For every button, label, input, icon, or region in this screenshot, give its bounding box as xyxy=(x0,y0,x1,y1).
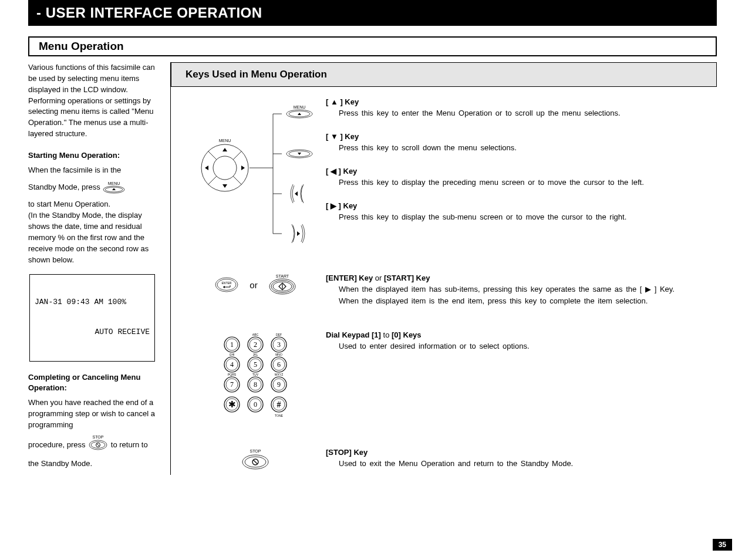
svg-text:START: START xyxy=(276,274,289,278)
menu-up-icon-inline: MENU xyxy=(102,181,126,197)
or-label: or xyxy=(250,280,257,290)
enter-key-text: When the displayed item has sub-items, p… xyxy=(339,284,714,307)
svg-text:TONE: TONE xyxy=(275,414,283,417)
svg-line-14 xyxy=(233,176,241,184)
completing-heading: Completing or Canceling Menu Operation: xyxy=(28,372,156,394)
dial-description: Dial Keypad [1] to [0] Keys Used to ente… xyxy=(326,330,714,352)
svg-text:3: 3 xyxy=(277,340,281,349)
left-key-name: [ ◀ ] Key xyxy=(326,167,357,176)
svg-line-7 xyxy=(97,443,100,446)
svg-text:0: 0 xyxy=(254,400,257,409)
svg-text:GHI: GHI xyxy=(230,353,235,356)
lcd-line1: JAN-31 09:43 AM 100% xyxy=(35,298,150,308)
svg-text:9: 9 xyxy=(277,380,281,389)
key-row-enter: ENTER or START xyxy=(185,274,714,307)
svg-text:8: 8 xyxy=(254,380,257,389)
stop-key-text: Used to exit the Menu Operation and retu… xyxy=(339,458,714,470)
intro-text: Various functions of this facsimile can … xyxy=(28,62,156,140)
page-number: 35 xyxy=(713,539,732,551)
enter-description: [ENTER] Key or [START] Key When the disp… xyxy=(326,274,714,307)
nav-pad-icons: MENU xyxy=(185,97,326,250)
starting-line2: Standby Mode, press MENU xyxy=(28,180,156,196)
dial-key-text: Used to enter desired information or to … xyxy=(339,340,714,352)
left-column: Various functions of this facsimile can … xyxy=(28,62,156,475)
dial-key-name2: [0] Keys xyxy=(392,330,422,339)
completing-line2: procedure, press STOP to return to the S… xyxy=(28,434,156,471)
key-row-nav: MENU xyxy=(185,97,714,250)
svg-line-13 xyxy=(208,176,217,184)
keys-heading: Keys Used in Menu Operation xyxy=(171,62,717,87)
starting-heading: Starting Menu Operation: xyxy=(28,150,156,161)
left-key-text: Press this key to display the preceding … xyxy=(339,177,714,188)
enter-start-icons: ENTER or START xyxy=(185,274,326,296)
down-key-name: [ ▼ ] Key xyxy=(326,132,359,141)
stop-key-name: [STOP] Key xyxy=(326,448,368,457)
svg-text:6: 6 xyxy=(277,360,281,369)
svg-line-12 xyxy=(233,151,241,160)
svg-text:4: 4 xyxy=(230,360,234,369)
svg-line-83 xyxy=(254,460,258,464)
keys-body: MENU xyxy=(171,97,717,471)
svg-text:7: 7 xyxy=(230,380,234,389)
key-row-stop: STOP [STOP] Key Used to exit the Menu Op… xyxy=(185,448,714,471)
down-key-text: Press this key to scroll down the menu s… xyxy=(339,142,714,154)
stop-icon: STOP xyxy=(241,448,270,471)
lcd-display: JAN-31 09:43 AM 100% AUTO RECEIVE xyxy=(29,274,155,362)
enter-key-name1: [ENTER] Key xyxy=(326,274,373,282)
stop-icon-inline: STOP xyxy=(87,434,109,456)
stop-description: [STOP] Key Used to exit the Menu Operati… xyxy=(326,448,714,470)
svg-text:1: 1 xyxy=(230,340,234,349)
svg-text:DEF: DEF xyxy=(276,333,282,336)
svg-text:TUV: TUV xyxy=(252,373,259,376)
right-column: Keys Used in Menu Operation MENU xyxy=(170,62,717,475)
nav-descriptions: [ ▲ ] Key Press this key to enter the Me… xyxy=(326,97,714,224)
svg-text:2: 2 xyxy=(254,340,257,349)
svg-text:ENTER: ENTER xyxy=(222,281,232,285)
svg-text:WXYZ: WXYZ xyxy=(275,373,283,376)
svg-text:STOP: STOP xyxy=(93,435,104,439)
right-key-text: Press this key to display the sub-menu s… xyxy=(339,211,714,223)
completing-line1: When you have reached the end of a progr… xyxy=(28,397,156,431)
section-heading: Menu Operation xyxy=(28,36,717,56)
right-key-name: [ ▶ ] Key xyxy=(326,201,357,210)
keypad-icon: 1 2ABC 3DEF 4GHI 5JKL 6MNO 7PQRS 8TUV 9W… xyxy=(185,330,326,424)
svg-text:ABC: ABC xyxy=(252,333,259,336)
svg-text:MENU: MENU xyxy=(219,139,231,143)
svg-point-26 xyxy=(215,278,238,292)
starting-line3: to start Menu Operation. (In the Standby… xyxy=(28,199,156,265)
up-key-text: Press this key to enter the Menu Operati… xyxy=(339,107,714,119)
content-wrap: Various functions of this facsimile can … xyxy=(28,62,717,475)
start-icon: START xyxy=(268,274,296,296)
svg-text:MENU: MENU xyxy=(294,105,306,109)
svg-point-10 xyxy=(213,156,237,180)
starting-line1: When the facsimile is in the xyxy=(28,165,156,176)
svg-text:MENU: MENU xyxy=(108,181,120,185)
enter-icon: ENTER xyxy=(214,276,239,294)
svg-text:✱: ✱ xyxy=(228,400,236,409)
key-row-dial: 1 2ABC 3DEF 4GHI 5JKL 6MNO 7PQRS 8TUV 9W… xyxy=(185,330,714,424)
enter-key-name2: [START] Key xyxy=(384,274,430,282)
svg-line-11 xyxy=(208,151,217,160)
svg-text:STOP: STOP xyxy=(250,449,261,453)
stop-icon-box: STOP xyxy=(185,448,326,471)
page-title-bar: - USER INTERFACE OPERATION xyxy=(28,0,717,26)
svg-text:PQRS: PQRS xyxy=(228,373,237,376)
up-key-name: [ ▲ ] Key xyxy=(326,97,359,106)
svg-text:JKL: JKL xyxy=(253,353,258,356)
svg-text:#: # xyxy=(277,400,281,409)
svg-text:MNO: MNO xyxy=(275,353,282,356)
svg-text:5: 5 xyxy=(254,360,257,369)
lcd-line2: AUTO RECEIVE xyxy=(35,328,150,338)
dial-key-name1: Dial Keypad [1] xyxy=(326,330,381,339)
